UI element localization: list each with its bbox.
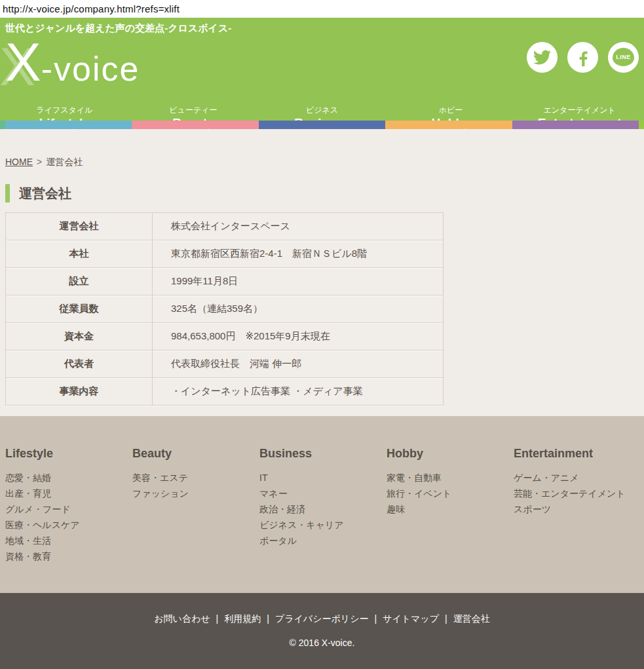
footer-col-title: Hobby (387, 447, 514, 461)
footer-link-sitemap[interactable]: サイトマップ (383, 613, 439, 624)
site-tagline: 世代とジャンルを超えた声の交差点-クロスボイス- (0, 18, 644, 35)
row-label: 設立 (6, 268, 153, 296)
footer-link-separator: | (267, 613, 269, 624)
company-info-table: 運営会社 株式会社インタースペース 本社 東京都新宿区西新宿2-4-1 新宿ＮＳ… (5, 212, 444, 406)
footer-link[interactable]: スポーツ (514, 501, 641, 517)
footer-link[interactable]: 美容・エステ (132, 470, 259, 486)
nav-bar-lifestyle (5, 121, 132, 129)
browser-url-text[interactable]: http://x-voice.jp/company.html?refs=xlif… (0, 3, 180, 14)
table-row: 従業員数 325名（連結359名） (6, 296, 444, 323)
footer-link[interactable]: 医療・ヘルスケア (5, 517, 132, 533)
header-main-row: XX-voice LINE (0, 35, 644, 105)
footer-col-title: Entertainment (514, 447, 641, 461)
main-nav: ライフスタイル Lifestyle ビューティー Beauty ビジネス Bus… (0, 105, 644, 134)
facebook-icon[interactable] (567, 42, 598, 73)
nav-lifestyle-jp: ライフスタイル (0, 105, 129, 115)
row-label: 代表者 (6, 351, 153, 378)
table-row: 資本金 984,653,800円 ※2015年9月末現在 (6, 323, 444, 351)
footer-link[interactable]: マネー (259, 486, 387, 501)
row-label: 運営会社 (6, 213, 153, 240)
twitter-icon[interactable] (527, 42, 558, 73)
row-value: 代表取締役社長 河端 伸一郎 (153, 351, 444, 378)
footer-link-privacy[interactable]: プライバシーポリシー (275, 613, 369, 624)
table-row: 設立 1999年11月8日 (6, 268, 444, 296)
nav-bar-beauty (132, 121, 258, 129)
row-label: 資本金 (6, 323, 153, 351)
breadcrumb-current: 運営会社 (46, 157, 83, 167)
footer-link-contact[interactable]: お問い合わせ (154, 613, 210, 624)
line-icon[interactable]: LINE (608, 42, 639, 73)
footer-link[interactable]: 地域・生活 (5, 533, 132, 548)
footer-bottom: お問い合わせ|利用規約|プライバシーポリシー|サイトマップ|運営会社 © 201… (0, 593, 644, 669)
footer-col-beauty: Beauty 美容・エステ ファッション (132, 447, 259, 593)
footer-link[interactable]: グルメ・フード (5, 501, 132, 517)
nav-hobby-jp: ホビー (387, 105, 516, 115)
nav-business-jp: ビジネス (257, 105, 387, 115)
footer-link-separator: | (374, 613, 377, 624)
footer-col-business: Business IT マネー 政治・経済 ビジネス・キャリア ポータル (259, 447, 387, 593)
footer-link[interactable]: 出産・育児 (5, 486, 132, 501)
nav-entertainment-jp: エンターテイメント (515, 105, 644, 115)
footer-link-company[interactable]: 運営会社 (453, 613, 490, 624)
browser-url-bar[interactable]: http://x-voice.jp/company.html?refs=xlif… (0, 0, 644, 18)
breadcrumb: HOME>運営会社 (5, 157, 644, 168)
footer-link[interactable]: ビジネス・キャリア (259, 517, 387, 533)
footer-link[interactable]: ゲーム・アニメ (514, 470, 641, 486)
nav-beauty-jp: ビューティー (129, 105, 258, 115)
row-label: 従業員数 (6, 296, 153, 323)
row-value: ・インターネット広告事業 ・メディア事業 (153, 378, 444, 406)
social-links: LINE (527, 42, 639, 73)
footer-bottom-links: お問い合わせ|利用規約|プライバシーポリシー|サイトマップ|運営会社 (0, 613, 644, 625)
footer-col-lifestyle: Lifestyle 恋愛・結婚 出産・育児 グルメ・フード 医療・ヘルスケア 地… (5, 447, 132, 593)
table-row: 事業内容 ・インターネット広告事業 ・メディア事業 (6, 378, 444, 406)
table-row: 運営会社 株式会社インタースペース (6, 213, 444, 240)
footer-link[interactable]: 旅行・イベント (387, 486, 514, 501)
row-value: 325名（連結359名） (153, 296, 444, 323)
table-row: 本社 東京都新宿区西新宿2-4-1 新宿ＮＳビル8階 (6, 240, 444, 268)
row-value: 984,653,800円 ※2015年9月末現在 (153, 323, 444, 351)
page-content: HOME>運営会社 運営会社 運営会社 株式会社インタースペース 本社 東京都新… (0, 129, 644, 416)
nav-bar-business (259, 121, 385, 129)
table-row: 代表者 代表取締役社長 河端 伸一郎 (6, 351, 444, 378)
footer-col-title: Lifestyle (5, 447, 132, 461)
footer-col-entertainment: Entertainment ゲーム・アニメ 芸能・エンターテイメント スポーツ (514, 447, 641, 593)
nav-bar-entertainment (512, 121, 639, 129)
footer-col-hobby: Hobby 家電・自動車 旅行・イベント 趣味 (387, 447, 514, 593)
footer-col-title: Beauty (132, 447, 259, 461)
footer-link[interactable]: IT (259, 470, 387, 486)
breadcrumb-separator: > (37, 157, 42, 167)
footer-link[interactable]: 芸能・エンターテイメント (514, 486, 641, 501)
footer-link[interactable]: 家電・自動車 (387, 470, 514, 486)
logo-x: XX (5, 35, 41, 90)
row-value: 東京都新宿区西新宿2-4-1 新宿ＮＳビル8階 (153, 240, 444, 268)
nav-bar-right-cap (639, 121, 644, 129)
footer-link-separator: | (216, 613, 219, 624)
nav-bar-left-cap (0, 121, 5, 129)
site-header: 世代とジャンルを超えた声の交差点-クロスボイス- XX-voice LINE (0, 18, 644, 121)
footer-col-title: Business (259, 447, 387, 461)
row-value: 株式会社インタースペース (153, 213, 444, 240)
copyright: © 2016 X-voice. (0, 638, 644, 648)
footer-link[interactable]: 趣味 (387, 501, 514, 517)
footer-link[interactable]: 政治・経済 (259, 501, 387, 517)
logo-text: -voice (41, 50, 140, 88)
footer-link-terms[interactable]: 利用規約 (224, 613, 261, 624)
footer-nav: Lifestyle 恋愛・結婚 出産・育児 グルメ・フード 医療・ヘルスケア 地… (0, 416, 644, 593)
footer-link[interactable]: 恋愛・結婚 (5, 470, 132, 486)
row-label: 本社 (6, 240, 153, 268)
nav-bar-hobby (385, 121, 512, 129)
site-logo[interactable]: XX-voice (5, 35, 140, 105)
row-value: 1999年11月8日 (153, 268, 444, 296)
footer-link[interactable]: 資格・教育 (5, 548, 132, 564)
footer-link-separator: | (445, 613, 447, 624)
page-title: 運営会社 (5, 184, 644, 202)
footer-link[interactable]: ポータル (259, 533, 387, 548)
row-label: 事業内容 (6, 378, 153, 406)
footer-link[interactable]: ファッション (132, 486, 259, 501)
nav-category-bars (0, 121, 644, 129)
breadcrumb-home-link[interactable]: HOME (5, 157, 33, 167)
